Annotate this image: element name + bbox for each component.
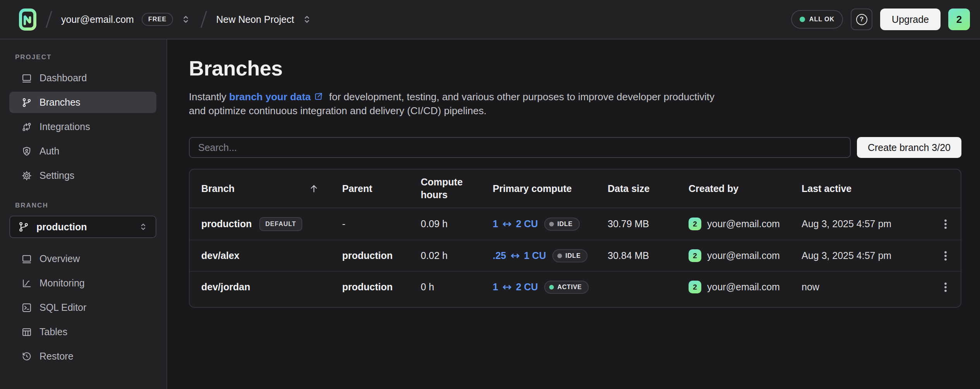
compute-status-badge: ACTIVE <box>544 281 589 294</box>
last-active-cell: Aug 3, 2025 4:57 pm <box>802 250 941 261</box>
compute-range-link[interactable]: 12 CU <box>493 218 538 230</box>
sidebar-item-label: Integrations <box>39 121 90 132</box>
compute-status-badge: IDLE <box>552 249 588 262</box>
org-switcher[interactable]: your@email.com FREE <box>61 13 192 26</box>
breadcrumb-slash <box>46 11 52 28</box>
compute-hours-cell: 0.09 h <box>421 218 493 230</box>
table-row-dev-jordan[interactable]: dev/jordan production 0 h 12 CU ACTIVE 2… <box>190 271 961 302</box>
top-header: your@email.com FREE New Neon Project ALL… <box>0 0 980 39</box>
compute-hours-cell: 0 h <box>421 281 493 293</box>
sidebar-item-label: Monitoring <box>39 278 85 289</box>
sidebar-item-label: Dashboard <box>39 72 87 84</box>
row-menu-button[interactable] <box>939 247 952 264</box>
branch-icon <box>18 221 29 233</box>
settings-icon <box>21 170 32 181</box>
column-header-branch: Branch <box>201 183 342 194</box>
upgrade-button[interactable]: Upgrade <box>880 9 941 30</box>
idle-dot-icon <box>549 222 554 226</box>
main-content: Branches Instantly branch your data for … <box>167 39 980 389</box>
branch-name-link[interactable]: dev/jordan <box>201 281 250 293</box>
search-input[interactable] <box>189 137 851 158</box>
branches-icon <box>21 97 32 108</box>
branch-name-link[interactable]: production <box>201 218 252 230</box>
neon-logo-icon[interactable] <box>19 8 37 31</box>
page-title: Branches <box>189 57 961 80</box>
compute-range-link[interactable]: .251 CU <box>493 250 546 262</box>
sidebar-item-branches[interactable]: Branches <box>9 92 156 113</box>
dashboard-icon <box>21 73 32 84</box>
table-row-dev-alex[interactable]: dev/alex production 0.02 h .251 CU IDLE … <box>190 240 961 271</box>
status-ok-label: ALL OK <box>809 16 834 23</box>
tables-icon <box>21 327 32 338</box>
sidebar-item-settings[interactable]: Settings <box>9 165 156 186</box>
create-branch-button[interactable]: Create branch 3/20 <box>857 137 961 158</box>
sidebar-item-label: Tables <box>39 326 67 338</box>
breadcrumb-slash <box>200 11 207 28</box>
creator-email: your@email.com <box>707 281 780 293</box>
sidebar-item-auth[interactable]: Auth <box>9 141 156 162</box>
project-switcher[interactable]: New Neon Project <box>216 14 312 25</box>
column-header-created-by: Created by <box>689 183 802 194</box>
sidebar-item-monitoring[interactable]: Monitoring <box>9 272 156 294</box>
system-status-pill[interactable]: ALL OK <box>791 10 843 29</box>
sidebar-item-overview[interactable]: Overview <box>9 248 156 269</box>
page-description: Instantly branch your data for developme… <box>189 90 961 118</box>
user-avatar[interactable]: 2 <box>948 9 970 30</box>
autoscale-arrow-icon <box>501 218 513 230</box>
creator-email: your@email.com <box>707 250 780 261</box>
row-menu-button[interactable] <box>939 279 952 296</box>
column-header-data-size: Data size <box>608 183 689 194</box>
integrations-icon <box>21 122 32 132</box>
kebab-menu-icon <box>939 249 952 262</box>
default-badge: DEFAULT <box>259 217 303 231</box>
column-header-last-active: Last active <box>802 183 941 194</box>
table-row-production[interactable]: productionDEFAULT - 0.09 h 12 CU IDLE 30… <box>190 208 961 240</box>
sidebar-item-dashboard[interactable]: Dashboard <box>9 67 156 89</box>
sidebar-item-label: SQL Editor <box>39 302 86 313</box>
column-header-compute-hours: Compute hours <box>421 176 493 201</box>
sort-ascending-icon[interactable] <box>308 183 320 194</box>
plan-badge: FREE <box>142 13 173 26</box>
chevron-up-down-icon <box>138 221 149 232</box>
sidebar-item-restore[interactable]: Restore <box>9 346 156 367</box>
chevron-up-down-icon <box>301 14 313 25</box>
sidebar-item-tables[interactable]: Tables <box>9 321 156 343</box>
selected-branch: production <box>36 221 87 233</box>
creator-email: your@email.com <box>707 218 780 230</box>
last-active-cell: now <box>802 281 941 293</box>
org-email: your@email.com <box>61 14 134 25</box>
auth-icon <box>21 146 32 157</box>
branch-selector[interactable]: production <box>9 216 156 238</box>
sidebar-section-branch: BRANCH <box>15 202 156 209</box>
parent-cell: - <box>342 218 421 230</box>
overview-icon <box>21 254 32 264</box>
table-header-row: Branch Parent Compute hours Primary comp… <box>190 170 961 208</box>
parent-cell: production <box>342 281 421 293</box>
autoscale-arrow-icon <box>501 281 513 293</box>
sidebar-item-integrations[interactable]: Integrations <box>9 116 156 137</box>
branch-your-data-link[interactable]: branch your data <box>229 91 311 103</box>
sidebar-section-project: PROJECT <box>15 53 156 61</box>
help-button[interactable]: ? <box>851 9 872 30</box>
kebab-menu-icon <box>939 281 952 294</box>
compute-range-link[interactable]: 12 CU <box>493 281 538 293</box>
creator-avatar: 2 <box>689 218 701 230</box>
column-header-parent: Parent <box>342 183 421 194</box>
monitoring-icon <box>21 278 32 289</box>
autoscale-arrow-icon <box>509 250 521 262</box>
restore-icon <box>21 351 32 362</box>
sidebar: PROJECT Dashboard Branches Integrations … <box>0 39 167 389</box>
compute-status-badge: IDLE <box>544 218 580 231</box>
sidebar-item-sql-editor[interactable]: SQL Editor <box>9 297 156 318</box>
parent-cell: production <box>342 250 421 261</box>
branch-name-link[interactable]: dev/alex <box>201 250 240 261</box>
data-size-cell: 30.79 MB <box>608 218 689 230</box>
compute-hours-cell: 0.02 h <box>421 250 493 261</box>
column-header-primary-compute: Primary compute <box>493 183 608 194</box>
creator-avatar: 2 <box>689 249 701 262</box>
row-menu-button[interactable] <box>939 216 952 233</box>
creator-avatar: 2 <box>689 281 701 293</box>
external-link-icon <box>314 92 323 101</box>
help-icon: ? <box>856 14 867 25</box>
idle-dot-icon <box>557 254 562 258</box>
